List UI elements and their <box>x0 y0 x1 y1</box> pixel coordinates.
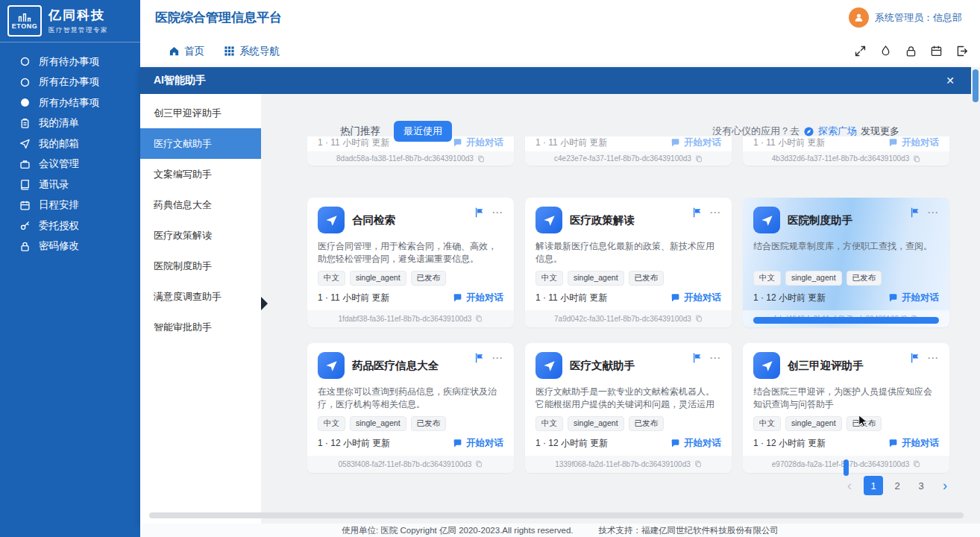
start-chat-button[interactable]: 开始对话 <box>888 292 939 304</box>
sidebar-item-all-todo[interactable]: 所有待办事项 <box>0 51 140 72</box>
sidebar-item-contacts[interactable]: 通讯录 <box>0 175 140 195</box>
bookmark-icon[interactable] <box>692 353 703 363</box>
menu-item-literature-assistant[interactable]: 医疗文献助手 <box>140 128 261 159</box>
more-icon[interactable]: ⋯ <box>491 352 503 363</box>
close-icon[interactable]: ✕ <box>943 75 958 87</box>
menu-item-smart-approval[interactable]: 智能审批助手 <box>140 312 261 342</box>
vertical-scrollbar-thumb[interactable] <box>973 69 979 102</box>
fullscreen-icon[interactable] <box>854 45 867 57</box>
copy-icon[interactable] <box>695 155 703 163</box>
sidebar-item-all-inprogress[interactable]: 所有在办事项 <box>0 72 140 93</box>
assistant-card-drug-info[interactable]: 药品医疗信息大全 ⋯ 在这里你可以查询到药品信息，疾病症状及治疗，医疗机构等相关… <box>307 343 514 473</box>
paper-plane-icon <box>760 359 774 373</box>
paper-plane-icon <box>324 213 339 227</box>
key-icon <box>19 220 31 231</box>
lock-icon <box>19 241 31 252</box>
user-icon <box>853 12 864 23</box>
header-toolbar <box>854 45 968 57</box>
more-icon[interactable]: ⋯ <box>927 352 939 363</box>
menu-item-satisfaction-survey[interactable]: 满意度调查助手 <box>140 281 261 312</box>
start-chat-button[interactable]: 开始对话 <box>888 437 939 450</box>
menu-item-copywriting-assistant[interactable]: 文案编写助手 <box>140 159 261 189</box>
nav-home[interactable]: 首页 <box>169 45 204 58</box>
sidebar-item-delegation[interactable]: 委托授权 <box>0 216 140 236</box>
tag-agent-type: single_agent <box>350 416 406 431</box>
start-chat-button[interactable]: 开始对话 <box>670 437 721 450</box>
explore-plaza-link[interactable]: 探索广场 <box>818 125 857 138</box>
card-description: 医疗合同管理，用于检索合同，准确、高效，助您轻松管理合同，避免遗漏重要信息。 <box>318 240 503 265</box>
tag-status: 已发布 <box>411 271 447 286</box>
user-info[interactable]: 系统管理员：信息部 <box>849 7 962 28</box>
copy-icon[interactable] <box>477 155 485 163</box>
circle-icon <box>19 77 31 88</box>
sidebar-item-schedule[interactable]: 日程安排 <box>0 195 140 216</box>
sidebar-item-all-done[interactable]: 所有办结事项 <box>0 92 140 113</box>
theme-droplet-icon[interactable] <box>879 45 892 57</box>
avatar <box>849 7 869 28</box>
tab-recently-used[interactable]: 最近使用 <box>394 121 452 142</box>
pagination-next-icon[interactable]: › <box>935 476 955 495</box>
copy-icon[interactable] <box>475 315 483 322</box>
page-footer: 使用单位: 医院 Copyright 亿同 2020-2023.All righ… <box>140 524 980 537</box>
card-scroll-indicator-vertical[interactable] <box>844 459 849 476</box>
assistant-card-hospital-rules[interactable]: 医院制度助手 ⋯ 结合医院规章制度库，方便职工查找，查阅。 中文single_a… <box>743 198 949 327</box>
start-chat-button[interactable]: 开始对话 <box>453 292 503 304</box>
horizontal-scrollbar[interactable] <box>149 512 964 518</box>
more-icon[interactable]: ⋯ <box>709 352 721 363</box>
assistant-card-literature-assistant[interactable]: 医疗文献助手 ⋯ 医疗文献助手是一款专业的文献检索机器人。它能根据用户提供的关键… <box>525 343 732 473</box>
sidebar-item-my-mail[interactable]: 我的邮箱 <box>0 134 140 154</box>
bookmark-icon[interactable] <box>474 207 485 218</box>
explore-hint: 没有心仪的应用？去 探索广场 发现更多 <box>712 125 899 138</box>
pagination-page-3[interactable]: 3 <box>911 476 931 495</box>
nav-system[interactable]: 系统导航 <box>224 45 280 58</box>
more-icon[interactable]: ⋯ <box>491 207 503 218</box>
sidebar-item-change-password[interactable]: 密码修改 <box>0 236 140 257</box>
brand-tagline: 医疗智慧管理专家 <box>48 26 108 35</box>
sidebar-item-meeting-mgmt[interactable]: 会议管理 <box>0 154 140 175</box>
assistant-card-sanjia-review[interactable]: 创三甲迎评助手 ⋯ 结合医院三甲迎评，为医护人员提供应知应会知识查询与问答助手 … <box>743 343 949 473</box>
pagination-page-2[interactable]: 2 <box>888 476 907 495</box>
bookmark-icon[interactable] <box>474 353 485 363</box>
vertical-scrollbar-track[interactable] <box>971 67 980 524</box>
copy-icon[interactable] <box>695 315 703 322</box>
copy-icon[interactable] <box>913 155 920 163</box>
tag-status: 已发布 <box>629 271 665 286</box>
more-icon[interactable]: ⋯ <box>927 207 939 218</box>
pagination-page-1[interactable]: 1 <box>864 476 883 495</box>
bookmark-icon[interactable] <box>910 353 920 363</box>
card-title: 医疗文献助手 <box>570 359 635 373</box>
paper-plane-icon <box>542 213 556 227</box>
assistant-card-policy-interpretation[interactable]: 医疗政策解读 ⋯ 解读最新医疗信息化最新的政策、新技术应用信息。 中文singl… <box>525 198 732 327</box>
logout-icon[interactable] <box>955 45 968 57</box>
menu-item-sanjiaassistant[interactable]: 创三甲迎评助手 <box>140 98 261 128</box>
footer-support: 技术支持：福建亿同世纪软件科技股份有限公司 <box>599 525 779 536</box>
tag-language: 中文 <box>535 416 563 431</box>
assistant-card-contract-search[interactable]: 合同检索 ⋯ 医疗合同管理，用于检索合同，准确、高效，助您轻松管理合同，避免遗漏… <box>307 198 514 327</box>
start-chat-button[interactable]: 开始对话 <box>670 292 721 304</box>
user-name: 系统管理员：信息部 <box>875 11 962 25</box>
tag-agent-type: single_agent <box>568 416 624 431</box>
tag-status: 已发布 <box>846 271 882 286</box>
lock-screen-icon[interactable] <box>905 45 917 57</box>
collapse-menu-arrow-icon[interactable] <box>261 297 268 310</box>
card-scroll-indicator-horizontal[interactable] <box>753 317 939 324</box>
calendar-icon[interactable] <box>930 45 943 57</box>
card-title: 创三甲迎评助手 <box>788 359 864 373</box>
card-title: 医疗政策解读 <box>570 213 635 227</box>
modal-body: 创三甲迎评助手 医疗文献助手 文案编写助手 药典信息大全 医疗政策解读 医院制度… <box>140 94 971 524</box>
pagination-prev-icon[interactable]: ‹ <box>840 476 859 495</box>
bookmark-icon[interactable] <box>692 207 703 218</box>
grid-icon <box>224 45 235 57</box>
menu-item-policy-interpretation[interactable]: 医疗政策解读 <box>140 220 261 251</box>
tab-hot-recommend[interactable]: 热门推荐 <box>340 125 380 138</box>
bookmark-icon[interactable] <box>910 207 920 218</box>
menu-item-hospital-rules[interactable]: 医院制度助手 <box>140 251 261 281</box>
sidebar-item-my-list[interactable]: 我的清单 <box>0 113 140 134</box>
more-icon[interactable]: ⋯ <box>709 207 721 218</box>
copy-icon[interactable] <box>475 460 483 468</box>
copy-icon[interactable] <box>694 460 702 468</box>
menu-item-pharmacopoeia[interactable]: 药典信息大全 <box>140 189 261 220</box>
start-chat-button[interactable]: 开始对话 <box>453 437 503 450</box>
card-description: 在这里你可以查询到药品信息，疾病症状及治疗，医疗机构等相关信息。 <box>318 386 503 410</box>
copy-icon[interactable] <box>913 460 920 468</box>
